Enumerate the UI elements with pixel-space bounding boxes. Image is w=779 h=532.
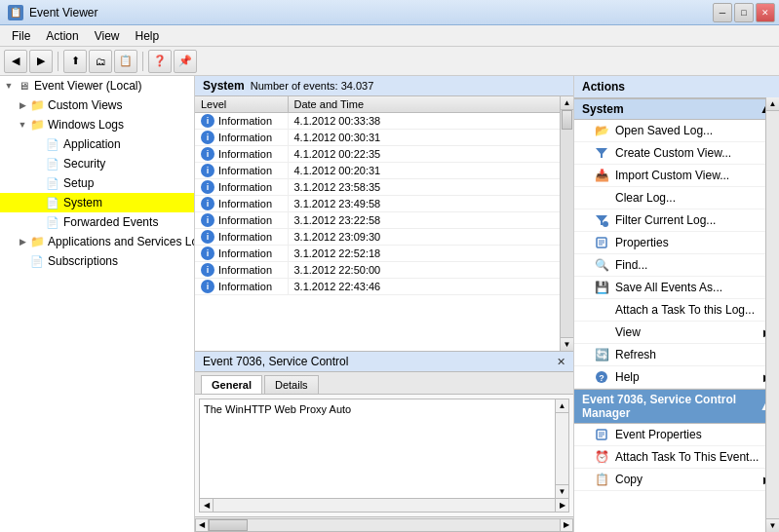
tree-item-windows-logs[interactable]: ▼ 📁 Windows Logs: [0, 115, 194, 134]
tree-item-security[interactable]: 📄 Security: [0, 154, 194, 173]
table-row[interactable]: i Information 3.1.2012 23:58:35: [195, 179, 573, 196]
action-clear-log[interactable]: Clear Log...: [574, 187, 779, 209]
action-create-custom-view[interactable]: Create Custom View...: [574, 142, 779, 165]
col-level[interactable]: Level: [195, 96, 288, 113]
center-status-bar: ◀ ▶: [195, 516, 573, 532]
detail-scroll-left[interactable]: ◀: [200, 499, 214, 512]
level-cell: i Information: [195, 130, 288, 146]
tree-item-custom-views[interactable]: ▶ 📁 Custom Views: [0, 95, 194, 115]
events-title: System: [203, 79, 245, 93]
table-row[interactable]: i Information 3.1.2012 22:43:46: [195, 279, 573, 295]
tree-item-event-viewer[interactable]: ▼ 🖥 Event Viewer (Local): [0, 76, 194, 95]
tree-label: Security: [63, 157, 105, 171]
datetime-cell: 4.1.2012 00:30:31: [288, 130, 573, 146]
clear-icon: [594, 190, 609, 206]
table-row[interactable]: i Information 3.1.2012 23:49:58: [195, 196, 573, 212]
system-section-header[interactable]: System ▲: [574, 98, 779, 120]
level-cell: i Information: [195, 246, 288, 262]
action-save-all-events[interactable]: 💾 Save All Events As...: [574, 277, 779, 299]
folder-icon: 📁: [29, 234, 45, 249]
action-refresh[interactable]: 🔄 Refresh: [574, 344, 779, 366]
detail-scroll-up[interactable]: ▲: [556, 399, 568, 413]
action-attach-task-log[interactable]: Attach a Task To this Log...: [574, 299, 779, 322]
close-button[interactable]: ✕: [756, 3, 775, 22]
menu-help[interactable]: Help: [128, 27, 168, 45]
scroll-up-arrow[interactable]: ▲: [561, 96, 573, 110]
properties-toolbar-button[interactable]: 📋: [114, 50, 137, 73]
action-label: Save All Events As...: [615, 281, 722, 294]
detail-scroll-down[interactable]: ▼: [556, 484, 568, 498]
svg-text:?: ?: [599, 373, 604, 383]
tree-label: Application: [63, 137, 121, 151]
show-hide-button[interactable]: 🗂: [89, 50, 112, 73]
table-row[interactable]: i Information 4.1.2012 00:22:35: [195, 146, 573, 163]
actions-scroll-down[interactable]: ▼: [766, 518, 779, 532]
menu-file[interactable]: File: [4, 27, 38, 45]
import-icon: 📥: [594, 168, 609, 183]
window-controls[interactable]: ─ □ ✕: [713, 3, 775, 22]
log-icon: 📄: [45, 214, 60, 230]
action-import-custom-view[interactable]: 📥 Import Custom View...: [574, 165, 779, 187]
table-row[interactable]: i Information 4.1.2012 00:30:31: [195, 130, 573, 146]
actions-scrollbar[interactable]: ▲ ▼: [765, 97, 779, 532]
detail-close-button[interactable]: ✕: [557, 356, 565, 368]
tree-label: Event Viewer (Local): [34, 79, 142, 93]
action-find[interactable]: 🔍 Find...: [574, 254, 779, 277]
event-level-icon: i: [201, 164, 214, 177]
detail-scroll-right[interactable]: ▶: [555, 499, 568, 512]
action-filter-current-log[interactable]: Filter Current Log...: [574, 209, 779, 232]
table-row[interactable]: i Information 3.1.2012 22:52:18: [195, 246, 573, 262]
action-event-properties[interactable]: Event Properties: [574, 424, 779, 446]
menu-action[interactable]: Action: [38, 27, 86, 45]
tree-item-system[interactable]: 📄 System: [0, 193, 194, 212]
tree-item-forwarded-events[interactable]: 📄 Forwarded Events: [0, 212, 194, 232]
detail-scrollbar-v[interactable]: ▲ ▼: [555, 399, 568, 498]
table-row[interactable]: i Information 3.1.2012 23:22:58: [195, 212, 573, 229]
minimize-button[interactable]: ─: [713, 3, 732, 22]
detail-scrollbar-h[interactable]: ◀ ▶: [199, 499, 569, 513]
action-view[interactable]: View ▶: [574, 322, 779, 344]
tree-label: Windows Logs: [48, 118, 124, 132]
toolbar-separator-1: [58, 52, 58, 71]
tree-item-application[interactable]: 📄 Application: [0, 134, 194, 154]
table-row[interactable]: i Information 4.1.2012 00:20:31: [195, 163, 573, 179]
tree-item-app-services[interactable]: ▶ 📁 Applications and Services Lo: [0, 232, 194, 251]
col-datetime[interactable]: Date and Time: [288, 96, 573, 113]
action-attach-task-event[interactable]: ⏰ Attach Task To This Event...: [574, 446, 779, 469]
hscroll-right[interactable]: ▶: [560, 518, 573, 532]
hscroll-thumb[interactable]: [209, 519, 248, 531]
table-row[interactable]: i Information 4.1.2012 00:33:38: [195, 113, 573, 130]
pin-toolbar-button[interactable]: 📌: [174, 50, 197, 73]
expand-icon: ▶: [16, 235, 29, 248]
maximize-button[interactable]: □: [734, 3, 754, 22]
action-help[interactable]: ? Help ▶: [574, 366, 779, 389]
help-toolbar-button[interactable]: ❓: [148, 50, 172, 73]
tree-item-subscriptions[interactable]: 📄 Subscriptions: [0, 251, 194, 271]
forward-button[interactable]: ▶: [29, 50, 53, 73]
level-cell: i Information: [195, 163, 288, 179]
table-row[interactable]: i Information 3.1.2012 22:50:00: [195, 262, 573, 279]
tree-item-setup[interactable]: 📄 Setup: [0, 173, 194, 193]
level-text: Information: [218, 247, 272, 259]
datetime-cell: 3.1.2012 22:52:18: [288, 246, 573, 262]
event-section-header[interactable]: Event 7036, Service Control Manager ▲: [574, 389, 779, 424]
tab-details[interactable]: Details: [264, 375, 319, 394]
tree-label: System: [63, 196, 102, 209]
action-open-saved-log[interactable]: 📂 Open Saved Log...: [574, 120, 779, 142]
tab-general[interactable]: General: [201, 375, 262, 394]
up-button[interactable]: ⬆: [63, 50, 87, 73]
action-properties[interactable]: Properties: [574, 232, 779, 254]
log-icon: 📄: [45, 195, 60, 210]
action-label: Attach Task To This Event...: [615, 450, 759, 464]
hscroll-track: [209, 518, 560, 532]
action-copy[interactable]: 📋 Copy ▶: [574, 469, 779, 491]
actions-scroll-up[interactable]: ▲: [766, 97, 779, 111]
events-scrollbar[interactable]: ▲ ▼: [560, 96, 573, 351]
events-table-container[interactable]: Level Date and Time i Information 4.1.20…: [195, 96, 573, 351]
table-row[interactable]: i Information 3.1.2012 23:09:30: [195, 229, 573, 246]
back-button[interactable]: ◀: [4, 50, 27, 73]
menu-view[interactable]: View: [87, 27, 128, 45]
scroll-thumb[interactable]: [562, 110, 572, 130]
hscroll-left[interactable]: ◀: [195, 518, 209, 532]
scroll-down-arrow[interactable]: ▼: [561, 337, 573, 351]
